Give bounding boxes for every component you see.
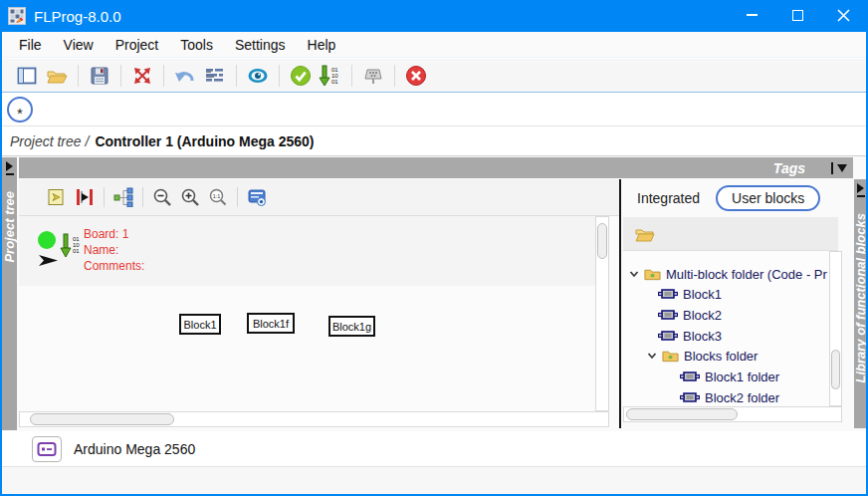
port-connection-icon <box>362 65 384 87</box>
canvas-block[interactable]: Block1 <box>179 314 221 335</box>
save-project-button[interactable] <box>85 62 114 90</box>
sidebar-project-tree-label: Project tree <box>2 191 17 263</box>
menu-help[interactable]: Help <box>297 37 347 53</box>
pin-line-icon <box>857 195 865 197</box>
scheme-tree-button[interactable] <box>109 184 137 210</box>
expand-right-icon[interactable] <box>857 183 864 193</box>
toolbar-separator <box>236 65 237 87</box>
tree-item-folder[interactable]: Multi-block folder (Code - Pr <box>623 264 828 284</box>
scrollbar-thumb[interactable] <box>30 413 174 425</box>
minimize-button[interactable] <box>729 0 774 30</box>
tree-item-block[interactable]: Block3 <box>623 326 828 346</box>
upload-code-icon[interactable]: 01 10 01 <box>60 233 84 259</box>
canvas-horizontal-scrollbar[interactable] <box>19 411 609 427</box>
view-monitor-button[interactable] <box>243 62 273 90</box>
tree-item-block[interactable]: Block1 folder <box>623 367 828 386</box>
svg-text:01: 01 <box>73 248 80 254</box>
library-toolbar <box>623 217 838 251</box>
tags-bar-label: Tags <box>773 160 805 176</box>
svg-text:01: 01 <box>331 79 338 85</box>
undo-icon <box>173 65 197 87</box>
tab-user-blocks[interactable]: User blocks <box>716 185 820 211</box>
chevron-down-icon[interactable] <box>647 352 657 360</box>
compile-check-icon <box>290 65 312 87</box>
title-bar: FLProg-8.0.0 <box>0 0 868 32</box>
new-project-button[interactable] <box>12 62 42 90</box>
block-icon <box>658 329 678 343</box>
add-block-icon <box>47 187 67 207</box>
pin-line-icon <box>6 173 14 175</box>
close-button[interactable] <box>820 0 866 30</box>
library-horizontal-scrollbar[interactable] <box>623 406 842 422</box>
breadcrumb-path[interactable]: Project tree / <box>10 133 89 149</box>
block-icon <box>680 390 700 404</box>
open-project-button[interactable] <box>42 62 72 90</box>
zoom-in-icon <box>180 187 200 207</box>
menu-settings[interactable]: Settings <box>224 37 297 53</box>
tree-item-folder[interactable]: Blocks folder <box>623 346 828 366</box>
add-block-button[interactable] <box>43 184 71 210</box>
menu-file[interactable]: File <box>8 37 53 53</box>
app-icon <box>8 7 26 25</box>
menu-bar: File View Project Tools Settings Help <box>2 32 866 58</box>
undo-button[interactable] <box>170 62 200 90</box>
main-toolbar: 01 10 01 <box>2 59 866 93</box>
canvas-block[interactable]: Block1g <box>328 316 375 337</box>
chevron-down-icon[interactable] <box>629 270 639 278</box>
menu-project[interactable]: Project <box>105 37 170 53</box>
minimize-icon <box>747 14 758 16</box>
sidebar-library-blocks[interactable]: Library of functional blocks <box>854 179 867 428</box>
menu-tools[interactable]: Tools <box>169 37 224 53</box>
user-blocks-tree: Multi-block folder (Code - Pr Block1 Blo… <box>623 251 838 406</box>
scrollbar-thumb[interactable] <box>831 350 840 389</box>
zoom-out-button[interactable] <box>148 184 176 210</box>
zoom-in-button[interactable] <box>176 184 204 210</box>
sidebar-project-tree[interactable]: Project tree <box>2 157 17 430</box>
board-run-arrow-icon[interactable] <box>39 255 59 267</box>
tags-bar[interactable]: Tags <box>19 157 853 178</box>
zoom-actual-button[interactable]: 1:1 <box>204 184 232 210</box>
board-name-label: Name: <box>84 242 144 258</box>
tab-integrated[interactable]: Integrated <box>637 190 700 206</box>
add-io-button[interactable] <box>71 184 99 210</box>
scheme-canvas-panel: 1:1 <box>19 179 619 428</box>
tab-strip: * <box>2 94 866 126</box>
tree-item-label: Block1 <box>683 287 722 302</box>
exit-icon <box>405 65 427 87</box>
maximize-button[interactable] <box>774 0 820 30</box>
toolbar-separator <box>351 65 352 87</box>
upload-code-button[interactable]: 01 10 01 <box>316 62 345 90</box>
scrollbar-thumb[interactable] <box>626 408 738 420</box>
menu-view[interactable]: View <box>53 37 105 53</box>
scrollbar-thumb[interactable] <box>597 223 607 259</box>
panel-divider[interactable] <box>619 179 621 428</box>
canvas-vertical-scrollbar[interactable] <box>595 216 609 411</box>
port-connection-button[interactable] <box>358 62 388 90</box>
library-panel: Integrated User blocks Multi-block folde… <box>623 179 853 428</box>
controller-board-icon <box>37 441 57 457</box>
collapse-down-icon[interactable] <box>837 164 847 172</box>
tree-item-block[interactable]: Block1 <box>623 284 828 304</box>
expand-right-icon[interactable] <box>6 161 13 171</box>
tab-current-project[interactable]: * <box>7 97 33 123</box>
sidebar-library-label: Library of functional blocks <box>853 213 868 382</box>
exit-button[interactable] <box>401 62 431 90</box>
tree-item-block[interactable]: Block2 <box>623 305 828 325</box>
show-panel-button[interactable] <box>243 184 271 210</box>
board-status-icon[interactable] <box>38 231 56 249</box>
open-folder-icon[interactable] <box>635 226 655 242</box>
zoom-actual-icon: 1:1 <box>208 187 228 207</box>
tree-item-label: Blocks folder <box>684 349 758 364</box>
compile-check-button[interactable] <box>286 62 316 90</box>
toolbar-separator <box>104 187 105 207</box>
library-vertical-scrollbar[interactable] <box>829 251 842 406</box>
pin-line-icon[interactable] <box>831 162 833 174</box>
tree-item-block[interactable]: Block2 folder <box>623 387 828 407</box>
block-icon <box>658 308 678 322</box>
history-list-button[interactable] <box>200 62 230 90</box>
controller-select-button[interactable] <box>32 436 62 462</box>
add-io-icon <box>75 187 95 207</box>
fit-scale-icon <box>131 65 153 87</box>
fit-scale-button[interactable] <box>127 62 157 90</box>
canvas-block[interactable]: Block1f <box>247 313 295 334</box>
